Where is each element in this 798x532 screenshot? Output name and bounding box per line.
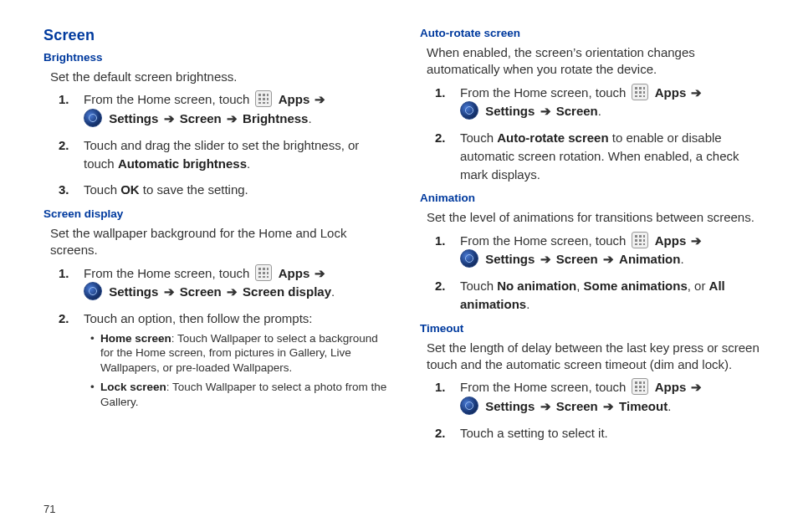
- heading-screen-display: Screen display: [43, 207, 388, 220]
- brightness-step-1: From the Home screen, touch Apps ➔ Setti…: [74, 90, 388, 128]
- arrow-icon: ➔: [691, 380, 702, 394]
- arrow-icon: ➔: [164, 111, 175, 125]
- heading-animation: Animation: [420, 192, 765, 204]
- animation-intro: Set the level of animations for transiti…: [427, 209, 765, 226]
- arrow-icon: ➔: [315, 92, 325, 106]
- heading-auto-rotate: Auto-rotate screen: [420, 27, 765, 39]
- right-column: Auto-rotate screen When enabled, the scr…: [420, 27, 765, 492]
- autorotate-steps: From the Home screen, touch Apps ➔ Setti…: [435, 84, 765, 184]
- autorotate-intro: When enabled, the screen’s orientation c…: [427, 44, 765, 79]
- apps-icon: [255, 90, 272, 107]
- brightness-steps: From the Home screen, touch Apps ➔ Setti…: [59, 90, 388, 199]
- brightness-step-2: Touch and drag the slider to set the bri…: [74, 136, 388, 173]
- settings-icon: [84, 109, 102, 127]
- bullet-lock-screen: Lock screen: Touch Wallpaper to select a…: [90, 380, 388, 409]
- autorotate-step-1: From the Home screen, touch Apps ➔ Setti…: [450, 84, 765, 121]
- arrow-icon: ➔: [540, 399, 551, 413]
- apps-icon: [632, 232, 648, 248]
- brightness-intro: Set the default screen brightness.: [50, 69, 388, 85]
- arrow-icon: ➔: [227, 111, 238, 125]
- display-intro: Set the wallpaper background for the Hom…: [50, 225, 388, 259]
- arrow-icon: ➔: [691, 85, 702, 100]
- arrow-icon: ➔: [315, 266, 325, 280]
- timeout-steps: From the Home screen, touch Apps ➔ Setti…: [435, 378, 765, 442]
- arrow-icon: ➔: [540, 252, 551, 266]
- arrow-icon: ➔: [603, 399, 614, 413]
- settings-icon: [460, 396, 478, 415]
- display-steps: From the Home screen, touch Apps ➔ Setti…: [59, 264, 388, 410]
- page-number: 71: [43, 503, 55, 515]
- timeout-step-2: Touch a setting to select it.: [450, 424, 765, 442]
- heading-timeout: Timeout: [420, 322, 765, 335]
- animation-steps: From the Home screen, touch Apps ➔ Setti…: [435, 232, 765, 314]
- apps-icon: [632, 84, 648, 100]
- arrow-icon: ➔: [227, 284, 238, 299]
- autorotate-step-2: Touch Auto-rotate screen to enable or di…: [450, 129, 765, 183]
- timeout-step-1: From the Home screen, touch Apps ➔ Setti…: [450, 378, 765, 416]
- settings-icon: [460, 249, 478, 268]
- arrow-icon: ➔: [164, 284, 175, 299]
- settings-icon: [84, 282, 102, 300]
- settings-icon: [460, 101, 478, 120]
- arrow-icon: ➔: [691, 233, 702, 248]
- left-column: Screen Brightness Set the default screen…: [43, 27, 388, 492]
- animation-step-2: Touch No animation, Some animations, or …: [450, 277, 765, 314]
- display-step-2: Touch an option, then follow the prompts…: [74, 309, 388, 409]
- arrow-icon: ➔: [603, 252, 614, 266]
- display-bullets: Home screen: Touch Wallpaper to select a…: [90, 331, 388, 410]
- heading-brightness: Brightness: [43, 51, 388, 64]
- animation-step-1: From the Home screen, touch Apps ➔ Setti…: [450, 232, 765, 269]
- arrow-icon: ➔: [540, 104, 551, 118]
- display-step-1: From the Home screen, touch Apps ➔ Setti…: [74, 264, 388, 302]
- page-body: Screen Brightness Set the default screen…: [0, 0, 798, 502]
- apps-icon: [255, 264, 272, 281]
- timeout-intro: Set the length of delay between the last…: [427, 340, 765, 374]
- apps-icon: [632, 378, 648, 395]
- brightness-step-3: Touch OK to save the setting.: [74, 181, 388, 199]
- bullet-home-screen: Home screen: Touch Wallpaper to select a…: [90, 331, 388, 376]
- heading-screen: Screen: [43, 27, 388, 44]
